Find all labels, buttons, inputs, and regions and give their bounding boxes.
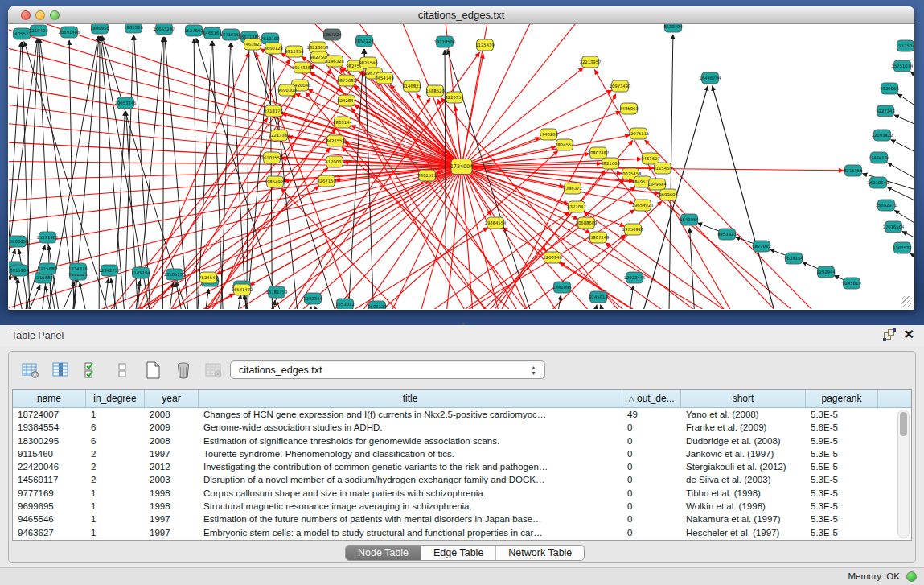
graph-node[interactable]: 1866950 — [90, 24, 109, 34]
graph-node[interactable]: 8267150 — [317, 175, 336, 187]
table-row[interactable]: 1872400712008Changes of HCN gene express… — [13, 408, 911, 421]
graph-node[interactable]: 1849584 — [647, 179, 667, 190]
column-header-title[interactable]: title — [199, 390, 622, 407]
network-canvas[interactable]: 2405572121940320691406186695019613261065… — [9, 24, 914, 309]
graph-node[interactable]: 16541472 — [232, 284, 253, 295]
select-columns-icon[interactable] — [51, 360, 72, 381]
graph-node[interactable]: 2260946 — [543, 252, 562, 263]
graph-node[interactable]: 9634154 — [784, 253, 803, 264]
tab-node-table[interactable]: Node Table — [346, 546, 421, 560]
table-cell[interactable]: 1998 — [145, 500, 199, 513]
graph-node[interactable]: 15807249 — [588, 232, 610, 243]
table-cell[interactable]: 2012 — [145, 460, 199, 473]
table-row[interactable]: 1456911722003Disruption of a novel membe… — [13, 473, 911, 486]
table-cell[interactable]: 14569117 — [13, 473, 86, 486]
graph-node[interactable]: 4170031 — [325, 156, 344, 167]
graph-node[interactable]: 10807487 — [588, 147, 610, 159]
table-cell[interactable]: Hescheler et al. (1997) — [681, 526, 806, 539]
graph-node[interactable]: 1115688 — [38, 263, 57, 274]
graph-node[interactable]: 1219403 — [29, 25, 48, 36]
network-view-window[interactable]: citations_edges.txt 24055721219403206914… — [8, 6, 914, 310]
graph-node[interactable]: 9699695 — [659, 189, 678, 200]
table-cell[interactable]: 5.3E-5 — [806, 513, 878, 525]
float-window-icon[interactable] — [883, 328, 896, 341]
graph-node[interactable]: 10973493 — [610, 80, 631, 92]
table-cell[interactable]: 18300295 — [13, 435, 86, 447]
table-cell[interactable]: 5.3E-5 — [806, 408, 878, 421]
table-cell[interactable]: 9699695 — [13, 500, 86, 513]
table-cell[interactable]: Jankovic et al. (1997) — [681, 447, 806, 460]
graph-node[interactable]: 8660128 — [264, 43, 283, 54]
graph-node[interactable]: 7485063 — [619, 103, 639, 114]
table-cell[interactable]: 5.3E-5 — [806, 500, 878, 513]
table-cell[interactable]: 1 — [86, 487, 145, 500]
graph-node[interactable]: 9146821 — [402, 80, 421, 92]
graph-node[interactable]: 8953923 — [717, 229, 737, 240]
node-table[interactable]: namein_degreeyeartitle△out_de...shortpag… — [12, 389, 912, 541]
graph-node[interactable]: 6871042 — [752, 241, 771, 252]
graph-node[interactable]: 29053346 — [115, 97, 138, 109]
table-cell[interactable]: 2003 — [145, 473, 199, 486]
table-cell[interactable]: 6 — [86, 421, 145, 434]
table-cell[interactable]: de Silva et al. (2003) — [681, 473, 806, 486]
graph-node[interactable]: 6466162 — [203, 27, 222, 39]
graph-node[interactable]: 8220351 — [445, 92, 464, 103]
table-cell[interactable]: Stergiakouli et al. (2012) — [681, 460, 806, 473]
graph-node[interactable]: 2718176 — [264, 105, 283, 117]
table-cell[interactable]: Franke et al. (2009) — [681, 421, 806, 434]
graph-node[interactable]: 16782759 — [266, 286, 288, 298]
network-window-titlebar[interactable]: citations_edges.txt — [8, 6, 914, 24]
graph-node[interactable]: 12923446 — [624, 272, 647, 283]
graph-node[interactable]: 9912954 — [285, 46, 304, 57]
graph-node[interactable]: 19218506 — [434, 36, 457, 47]
table-cell[interactable]: 9777169 — [13, 487, 86, 500]
deselect-icon[interactable] — [112, 360, 133, 381]
graph-node[interactable]: 12444194 — [869, 152, 891, 163]
graph-node[interactable]: 1961326 — [124, 24, 143, 33]
graph-node[interactable]: 9329966 — [880, 83, 899, 94]
select-all-icon[interactable] — [81, 360, 102, 381]
column-header-year[interactable]: year — [145, 390, 199, 407]
graph-node[interactable]: 12093822 — [872, 130, 893, 141]
scrollbar-thumb[interactable] — [900, 412, 907, 436]
table-cell[interactable]: 1997 — [145, 447, 199, 460]
graph-node[interactable]: 9825546 — [359, 57, 378, 68]
table-cell[interactable]: Changes of HCN gene expression and I(f) … — [199, 408, 622, 421]
graph-node[interactable]: 7524542 — [199, 272, 218, 283]
column-header-short[interactable]: short — [681, 390, 806, 407]
graph-node[interactable]: 8454749 — [375, 72, 394, 84]
table-cell[interactable]: 0 — [622, 421, 681, 434]
graph-node[interactable]: 8215955 — [844, 165, 863, 176]
table-source-select[interactable]: citations_edges.txt ▲▼ — [230, 360, 545, 379]
graph-node[interactable]: 1841095 — [552, 282, 572, 293]
graph-node[interactable]: 1292344 — [303, 293, 322, 304]
table-cell[interactable]: 5.5E-5 — [806, 460, 878, 473]
graph-node[interactable]: 9606123 — [368, 301, 387, 309]
table-cell[interactable]: 1997 — [145, 513, 199, 525]
tab-edge-table[interactable]: Edge Table — [421, 546, 496, 560]
table-cell[interactable]: 1997 — [145, 526, 199, 539]
graph-node[interactable]: 7857224 — [355, 35, 374, 47]
graph-node[interactable]: 8186328 — [325, 56, 344, 67]
table-cell[interactable]: 1 — [86, 513, 145, 525]
table-cell[interactable]: 9465546 — [13, 513, 86, 525]
table-cell[interactable]: 2008 — [145, 435, 199, 447]
table-cell[interactable]: 1998 — [145, 487, 199, 500]
graph-node[interactable]: 15751074 — [892, 60, 914, 72]
graph-node[interactable]: 1367532 — [893, 242, 912, 253]
graph-node[interactable]: 8821660 — [601, 158, 620, 169]
graph-node[interactable]: 1588520 — [425, 85, 445, 97]
table-cell[interactable]: 5.9E-5 — [806, 435, 878, 447]
graph-node[interactable]: 12975115 — [628, 128, 650, 139]
graph-node[interactable]: 5875685 — [337, 75, 356, 86]
graph-node[interactable]: 16543382 — [292, 62, 314, 73]
table-cell[interactable]: 1 — [86, 500, 145, 513]
table-cell[interactable]: 9115460 — [13, 447, 86, 460]
graph-node[interactable]: 9245012 — [589, 291, 608, 303]
table-row[interactable]: 1938455462009Genome-wide association stu… — [13, 421, 911, 434]
graph-node[interactable]: 19654923 — [632, 200, 654, 211]
table-cell[interactable]: Estimation of the future numbers of pati… — [199, 513, 622, 525]
graph-node[interactable]: 1234276 — [68, 263, 88, 274]
table-cell[interactable]: 5.6E-5 — [806, 421, 878, 434]
tab-network-table[interactable]: Network Table — [496, 546, 584, 560]
